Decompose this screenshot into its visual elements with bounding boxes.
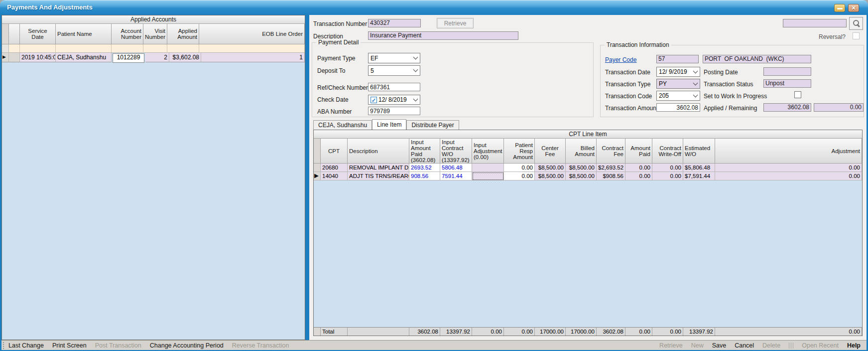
cell-input-adjustment[interactable] (472, 164, 504, 172)
deposit-to-select[interactable]: 5 (368, 65, 420, 76)
transaction-date-picker[interactable]: 12/ 9/2019 (656, 67, 700, 77)
deposit-to-value: 5 (371, 67, 412, 74)
ref-check-number-input[interactable] (368, 83, 420, 91)
reversal-checkbox[interactable] (853, 32, 860, 39)
grip-dots-icon (3, 342, 4, 349)
check-date-checkbox[interactable]: ✓ (371, 97, 377, 103)
applied-remaining-label: Applied / Remaining (704, 105, 757, 112)
cell-amount-paid[interactable]: 0.00 (625, 172, 652, 180)
total-estimated-wo: 13397.92 (683, 327, 715, 336)
filter-cell[interactable] (199, 44, 305, 53)
cell-contract-writeoff[interactable]: 0.00 (652, 172, 683, 180)
cell-center-fee[interactable]: $8,500.00 (535, 164, 566, 172)
delete-command[interactable]: Delete (762, 342, 780, 349)
payer-code-link[interactable]: Payer Code (605, 56, 636, 63)
cancel-command[interactable]: Cancel (735, 342, 754, 349)
cell-visit-number[interactable]: 2 (145, 53, 169, 62)
table-row[interactable]: ▶ 2019 10:45:0 CEJA, Sudhanshu 1012289 2… (2, 53, 305, 63)
filter-cell[interactable] (112, 44, 143, 53)
help-command[interactable]: Help (847, 342, 861, 349)
cell-description[interactable]: ADJT TIS TRNS/REARGM (348, 172, 409, 180)
cell-contract-fee[interactable]: $2,693.52 (597, 164, 625, 172)
table-row[interactable]: ▶ 14040 ADJT TIS TRNS/REARGM 908.56 7591… (314, 172, 862, 180)
filter-cell[interactable] (167, 44, 199, 53)
transaction-amount-input[interactable] (656, 103, 700, 112)
payer-code-field[interactable]: 57 (656, 55, 699, 63)
total-description (348, 327, 409, 336)
filter-cell[interactable] (143, 44, 167, 53)
save-command[interactable]: Save (712, 342, 727, 349)
close-button[interactable]: ✕ (848, 4, 859, 12)
transaction-type-select[interactable]: PY (656, 79, 700, 89)
tab-distribute-payer[interactable]: Distribute Payer (406, 120, 459, 130)
cell-estimated-wo[interactable]: $7,591.44 (683, 172, 715, 180)
cell-input-amount-paid[interactable]: 2693.52 (409, 164, 440, 172)
cell-service-date[interactable]: 2019 10:45:0 (20, 53, 56, 62)
print-screen-command[interactable]: Print Screen (52, 342, 87, 349)
cell-input-contract-wo[interactable]: 7591.44 (440, 172, 472, 180)
cell-cpt[interactable]: 20680 (321, 164, 348, 172)
post-transaction-command[interactable]: Post Transaction (95, 342, 141, 349)
cell-estimated-wo[interactable]: $5,806.48 (683, 164, 715, 172)
cell-patient-resp[interactable]: 0.00 (504, 164, 535, 172)
new-command[interactable]: New (691, 342, 704, 349)
tab-line-item[interactable]: Line Item (372, 119, 406, 130)
cell-billed-amount[interactable]: $8,500.00 (566, 172, 597, 180)
wip-checkbox[interactable] (794, 91, 801, 98)
reverse-transaction-command[interactable]: Reverse Transaction (232, 342, 289, 349)
tab-patient[interactable]: CEJA, Sudhanshu (313, 120, 372, 130)
blank-column-header (9, 24, 20, 44)
change-accounting-period-command[interactable]: Change Accounting Period (150, 342, 224, 349)
search-button[interactable] (849, 17, 863, 30)
col-input-adjustment: Input Adjustment (0.00) (472, 139, 504, 164)
cell-amount-paid[interactable]: 0.00 (625, 164, 652, 172)
col-account-number: Account Number (112, 24, 143, 44)
col-billed-amount: Billed Amount (566, 139, 597, 164)
filter-indicator-cell (2, 44, 9, 53)
description-field[interactable]: Insurance Payment (368, 31, 518, 40)
cpt-header-row: CPT Description Input Amount Paid (3602.… (314, 139, 862, 164)
cell-billed-amount[interactable]: $8,500.00 (566, 164, 597, 172)
search-input[interactable] (783, 19, 847, 27)
row-select-cell[interactable] (9, 53, 20, 62)
aba-number-input[interactable] (368, 107, 420, 115)
panel-splitter[interactable] (305, 15, 309, 340)
transaction-code-select[interactable]: 205 (656, 91, 700, 101)
col-contract-fee: Contract Fee (597, 139, 625, 164)
filter-cell[interactable] (56, 44, 112, 53)
cell-contract-fee[interactable]: $908.56 (597, 172, 625, 180)
cell-patient-name[interactable]: CEJA, Sudhanshu (56, 53, 112, 62)
payment-type-select[interactable]: EF (368, 53, 420, 63)
table-row[interactable]: 20680 REMOVAL IMPLANT DEEP 2693.52 5806.… (314, 164, 862, 172)
cell-center-fee[interactable]: $8,500.00 (535, 172, 566, 180)
cell-adjustment[interactable]: 0.00 (715, 172, 862, 180)
detail-tabs: CEJA, Sudhanshu Line Item Distribute Pay… (313, 120, 459, 130)
transaction-type-value: PY (659, 80, 692, 87)
cell-description[interactable]: REMOVAL IMPLANT DEEP (348, 164, 409, 172)
filter-cell[interactable] (9, 44, 20, 53)
minimize-button[interactable] (834, 4, 845, 12)
total-contract-writeoff: 0.00 (652, 327, 683, 336)
check-date-picker[interactable]: ✓ 12/ 8/2019 (368, 95, 420, 105)
cell-input-adjustment-focused[interactable] (472, 172, 504, 180)
retrieve-button[interactable]: Retrieve (437, 18, 474, 28)
cell-input-amount-paid[interactable]: 908.56 (409, 172, 440, 180)
last-change-command[interactable]: Last Change (8, 342, 44, 349)
cell-account-number[interactable]: 1012289 (113, 53, 144, 63)
cell-patient-resp[interactable]: 0.00 (504, 172, 535, 180)
cell-eob-line-order[interactable]: 1 (201, 53, 305, 62)
chevron-down-icon (693, 68, 698, 73)
chevron-down-icon (413, 96, 418, 101)
cell-cpt[interactable]: 14040 (321, 172, 348, 180)
cell-applied-amount[interactable]: $3,602.08 (169, 53, 201, 62)
retrieve-command[interactable]: Retrieve (659, 342, 683, 349)
cell-adjustment[interactable]: 0.00 (715, 164, 862, 172)
total-input-contract-wo: 13397.92 (440, 327, 472, 336)
open-recent-command[interactable]: Open Recent (802, 342, 839, 349)
chevron-down-icon (413, 55, 418, 60)
filter-cell[interactable] (20, 44, 56, 53)
cell-contract-writeoff[interactable]: 0.00 (652, 164, 683, 172)
col-estimated-wo: Estimated W/O (683, 139, 715, 164)
cell-input-contract-wo[interactable]: 5806.48 (440, 164, 472, 172)
transaction-number-field[interactable]: 430327 (368, 19, 421, 27)
